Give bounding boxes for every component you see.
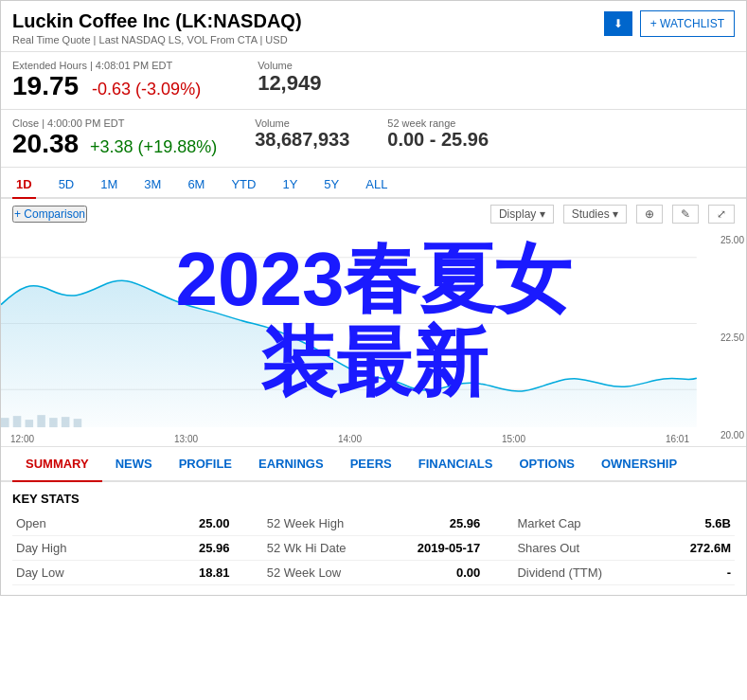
tab-all[interactable]: ALL bbox=[362, 173, 391, 199]
close-price: 20.38 bbox=[12, 129, 79, 159]
ext-volume-label: Volume bbox=[258, 60, 321, 71]
tab-1y[interactable]: 1Y bbox=[278, 173, 301, 199]
main-container: Luckin Coffee Inc (LK:NASDAQ) Real Time … bbox=[0, 0, 747, 596]
stats-row-1: Open 25.00 52 Week High 25.96 Market Cap… bbox=[12, 512, 735, 536]
x-label-4: 15:00 bbox=[502, 434, 525, 444]
extended-price-row: 19.75 -0.63 (-3.09%) bbox=[12, 71, 201, 101]
stats-value-mktcap: 5.6B bbox=[631, 512, 735, 536]
stock-subtitle: Real Time Quote | Last NASDAQ LS, VOL Fr… bbox=[12, 34, 302, 45]
svg-rect-6 bbox=[37, 415, 45, 427]
svg-rect-9 bbox=[74, 419, 82, 427]
stats-label-sharesout: Shares Out bbox=[513, 536, 631, 561]
tab-6m[interactable]: 6M bbox=[184, 173, 208, 199]
tab-1d[interactable]: 1D bbox=[12, 173, 36, 199]
stats-row-3: Day Low 18.81 52 Week Low 0.00 Dividend … bbox=[12, 561, 735, 585]
svg-rect-5 bbox=[26, 420, 34, 427]
chart-toolbar: + Comparison Display ▾ Studies ▾ ⊕ ✎ ⤢ bbox=[1, 199, 746, 229]
stats-value-daylow: 18.81 bbox=[131, 561, 234, 585]
extended-hours-left: Extended Hours | 4:08:01 PM EDT 19.75 -0… bbox=[12, 60, 201, 101]
tab-5y[interactable]: 5Y bbox=[320, 173, 343, 199]
stats-row-2: Day High 25.96 52 Wk Hi Date 2019-05-17 … bbox=[12, 536, 735, 561]
extended-change: -0.63 (-3.09%) bbox=[92, 80, 201, 99]
stock-title: Luckin Coffee Inc (LK:NASDAQ) bbox=[12, 10, 302, 32]
close-change: +3.38 (+19.88%) bbox=[90, 137, 217, 157]
stats-value-dividend: - bbox=[631, 561, 735, 585]
close-price-row: 20.38 +3.38 (+19.88%) bbox=[12, 129, 217, 159]
stats-label-52wh: 52 Week High bbox=[263, 512, 382, 536]
y-label-low: 20.00 bbox=[701, 430, 744, 440]
stats-label-mktcap: Market Cap bbox=[513, 512, 631, 536]
stats-value-52whdate: 2019-05-17 bbox=[381, 536, 484, 561]
stats-label-52whdate: 52 Wk Hi Date bbox=[263, 536, 382, 561]
expand-button[interactable]: ⤢ bbox=[708, 205, 735, 224]
nav-ownership[interactable]: OWNERSHIP bbox=[588, 447, 690, 482]
y-label-mid: 22.50 bbox=[701, 332, 744, 343]
stats-label-daylow: Day Low bbox=[12, 561, 131, 585]
header: Luckin Coffee Inc (LK:NASDAQ) Real Time … bbox=[1, 1, 746, 52]
y-axis: 25.00 22.50 20.00 bbox=[699, 229, 746, 446]
week-range-section: 52 week range 0.00 - 25.96 bbox=[387, 117, 489, 159]
chart-tools: Display ▾ Studies ▾ ⊕ ✎ ⤢ bbox=[490, 205, 735, 224]
tab-3m[interactable]: 3M bbox=[140, 173, 165, 199]
comparison-button[interactable]: + Comparison bbox=[12, 206, 87, 223]
nav-peers[interactable]: PEERS bbox=[337, 447, 405, 482]
download-button[interactable]: ⬇ bbox=[604, 11, 632, 36]
x-label-2: 13:00 bbox=[174, 434, 198, 444]
stats-label-dividend: Dividend (TTM) bbox=[513, 561, 631, 585]
x-label-5: 16:01 bbox=[666, 434, 689, 444]
y-label-high: 25.00 bbox=[701, 235, 744, 245]
extended-hours-label: Extended Hours | 4:08:01 PM EDT bbox=[12, 60, 201, 71]
svg-rect-3 bbox=[1, 418, 9, 427]
stats-table: Open 25.00 52 Week High 25.96 Market Cap… bbox=[12, 512, 735, 585]
crosshair-button[interactable]: ⊕ bbox=[636, 205, 663, 224]
week-range-value: 0.00 - 25.96 bbox=[387, 129, 489, 151]
stats-value-dayhigh: 25.96 bbox=[131, 536, 234, 561]
stats-value-open: 25.00 bbox=[131, 512, 234, 536]
tab-1m[interactable]: 1M bbox=[97, 173, 121, 199]
key-stats: KEY STATS Open 25.00 52 Week High 25.96 … bbox=[1, 482, 746, 595]
nav-news[interactable]: NEWS bbox=[102, 447, 166, 482]
ext-volume-value: 12,949 bbox=[258, 71, 321, 96]
chart-area: 2023春夏女装最新 25.00 22.50 20.00 12:00 13:00… bbox=[1, 229, 746, 447]
stats-label-open: Open bbox=[12, 512, 131, 536]
stats-value-52wh: 25.96 bbox=[381, 512, 484, 536]
time-tabs: 1D 5D 1M 3M 6M YTD 1Y 5Y ALL bbox=[1, 168, 746, 199]
nav-earnings[interactable]: EARNINGS bbox=[245, 447, 337, 482]
x-axis: 12:00 13:00 14:00 15:00 16:01 bbox=[1, 432, 699, 446]
chart-watermark: 2023春夏女装最新 bbox=[176, 238, 572, 404]
x-label-3: 14:00 bbox=[338, 434, 362, 444]
nav-summary[interactable]: SUMMARY bbox=[12, 447, 102, 482]
stats-value-52wl: 0.00 bbox=[381, 561, 484, 585]
svg-rect-8 bbox=[62, 417, 70, 427]
svg-rect-4 bbox=[13, 416, 22, 427]
close-volume-label: Volume bbox=[255, 117, 349, 129]
x-label-1: 12:00 bbox=[10, 434, 34, 444]
draw-button[interactable]: ✎ bbox=[672, 205, 699, 224]
stats-value-sharesout: 272.6M bbox=[631, 536, 735, 561]
header-right: ⬇ + WATCHLIST bbox=[604, 10, 735, 37]
close-volume-section: Volume 38,687,933 bbox=[255, 117, 349, 159]
week-range-label: 52 week range bbox=[387, 117, 489, 129]
nav-profile[interactable]: PROFILE bbox=[166, 447, 245, 482]
nav-options[interactable]: OPTIONS bbox=[506, 447, 588, 482]
tab-5d[interactable]: 5D bbox=[55, 173, 79, 199]
svg-rect-7 bbox=[49, 418, 58, 427]
studies-button[interactable]: Studies ▾ bbox=[563, 205, 627, 224]
close-volume-value: 38,687,933 bbox=[255, 129, 349, 151]
display-button[interactable]: Display ▾ bbox=[490, 205, 554, 224]
extended-hours-row: Extended Hours | 4:08:01 PM EDT 19.75 -0… bbox=[1, 52, 746, 110]
extended-price: 19.75 bbox=[12, 71, 79, 101]
nav-financials[interactable]: FINANCIALS bbox=[405, 447, 507, 482]
extended-hours-right: Volume 12,949 bbox=[258, 60, 321, 101]
bottom-nav: SUMMARY NEWS PROFILE EARNINGS PEERS FINA… bbox=[1, 447, 746, 482]
close-label: Close | 4:00:00 PM EDT bbox=[12, 117, 217, 129]
key-stats-title: KEY STATS bbox=[12, 492, 735, 506]
watchlist-button[interactable]: + WATCHLIST bbox=[640, 10, 735, 37]
stats-label-dayhigh: Day High bbox=[12, 536, 131, 561]
tab-ytd[interactable]: YTD bbox=[227, 173, 259, 199]
close-row: Close | 4:00:00 PM EDT 20.38 +3.38 (+19.… bbox=[1, 110, 746, 168]
close-section: Close | 4:00:00 PM EDT 20.38 +3.38 (+19.… bbox=[12, 117, 217, 159]
header-left: Luckin Coffee Inc (LK:NASDAQ) Real Time … bbox=[12, 10, 302, 45]
stats-label-52wl: 52 Week Low bbox=[263, 561, 382, 585]
